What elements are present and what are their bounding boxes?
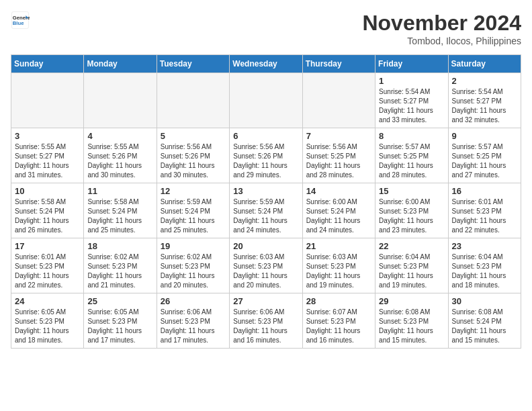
day-info: Sunrise: 5:56 AM Sunset: 5:26 PM Dayligh… [161,142,226,180]
day-number: 8 [379,131,444,141]
day-info: Sunrise: 5:55 AM Sunset: 5:26 PM Dayligh… [87,142,152,180]
day-cell: 8Sunrise: 5:57 AM Sunset: 5:25 PM Daylig… [375,128,448,183]
day-cell: 17Sunrise: 6:01 AM Sunset: 5:23 PM Dayli… [11,238,84,293]
week-row-2: 10Sunrise: 5:58 AM Sunset: 5:24 PM Dayli… [11,183,521,238]
weekday-header-tuesday: Tuesday [157,55,229,73]
day-number: 22 [379,241,444,251]
day-info: Sunrise: 6:07 AM Sunset: 5:23 PM Dayligh… [306,308,371,345]
svg-text:Blue: Blue [13,20,24,26]
week-row-0: 1Sunrise: 5:54 AM Sunset: 5:27 PM Daylig… [11,73,521,128]
day-info: Sunrise: 6:00 AM Sunset: 5:23 PM Dayligh… [379,197,444,235]
day-cell: 28Sunrise: 6:07 AM Sunset: 5:23 PM Dayli… [302,293,375,349]
day-number: 21 [306,241,371,251]
day-cell: 7Sunrise: 5:56 AM Sunset: 5:25 PM Daylig… [302,128,375,183]
day-cell [11,73,84,128]
logo: General Blue [11,11,30,30]
title-block: November 2024 Tombod, Ilocos, Philippine… [362,11,521,46]
day-number: 23 [452,241,517,251]
month-title: November 2024 [362,11,521,36]
day-cell: 30Sunrise: 6:08 AM Sunset: 5:24 PM Dayli… [448,293,521,349]
day-cell: 1Sunrise: 5:54 AM Sunset: 5:27 PM Daylig… [375,73,448,128]
day-cell: 29Sunrise: 6:08 AM Sunset: 5:23 PM Dayli… [375,293,448,349]
day-number: 26 [161,296,226,306]
day-number: 25 [87,296,152,306]
day-cell [230,73,302,128]
day-info: Sunrise: 6:08 AM Sunset: 5:24 PM Dayligh… [452,308,517,345]
day-cell: 27Sunrise: 6:06 AM Sunset: 5:23 PM Dayli… [230,293,302,349]
location: Tombod, Ilocos, Philippines [362,36,521,46]
day-number: 12 [161,186,226,196]
weekday-header-row: SundayMondayTuesdayWednesdayThursdayFrid… [11,55,521,73]
day-number: 10 [15,186,80,196]
day-info: Sunrise: 6:03 AM Sunset: 5:23 PM Dayligh… [233,253,298,290]
day-info: Sunrise: 6:04 AM Sunset: 5:23 PM Dayligh… [452,253,517,290]
day-info: Sunrise: 6:05 AM Sunset: 5:23 PM Dayligh… [87,308,152,345]
week-row-3: 17Sunrise: 6:01 AM Sunset: 5:23 PM Dayli… [11,238,521,293]
weekday-header-monday: Monday [84,55,157,73]
day-number: 2 [452,76,517,86]
logo-icon: General Blue [11,11,30,30]
week-row-1: 3Sunrise: 5:55 AM Sunset: 5:27 PM Daylig… [11,128,521,183]
day-number: 19 [161,241,226,251]
day-number: 11 [87,186,152,196]
day-number: 29 [379,296,444,306]
day-info: Sunrise: 6:03 AM Sunset: 5:23 PM Dayligh… [306,253,371,290]
day-cell: 9Sunrise: 5:57 AM Sunset: 5:25 PM Daylig… [448,128,521,183]
day-number: 18 [87,241,152,251]
weekday-header-friday: Friday [375,55,448,73]
page-header: General Blue November 2024 Tombod, Iloco… [11,11,521,46]
day-info: Sunrise: 5:56 AM Sunset: 5:25 PM Dayligh… [306,142,371,180]
day-number: 6 [233,131,298,141]
day-cell: 24Sunrise: 6:05 AM Sunset: 5:23 PM Dayli… [11,293,84,349]
day-cell: 6Sunrise: 5:56 AM Sunset: 5:26 PM Daylig… [230,128,302,183]
day-info: Sunrise: 6:04 AM Sunset: 5:23 PM Dayligh… [379,253,444,290]
day-number: 3 [15,131,80,141]
day-info: Sunrise: 5:57 AM Sunset: 5:25 PM Dayligh… [452,142,517,180]
day-info: Sunrise: 6:01 AM Sunset: 5:23 PM Dayligh… [15,253,80,290]
calendar-table: SundayMondayTuesdayWednesdayThursdayFrid… [11,54,521,349]
day-cell: 14Sunrise: 6:00 AM Sunset: 5:24 PM Dayli… [302,183,375,238]
day-info: Sunrise: 5:59 AM Sunset: 5:24 PM Dayligh… [233,197,298,235]
day-info: Sunrise: 6:00 AM Sunset: 5:24 PM Dayligh… [306,197,371,235]
day-cell: 20Sunrise: 6:03 AM Sunset: 5:23 PM Dayli… [230,238,302,293]
day-info: Sunrise: 5:54 AM Sunset: 5:27 PM Dayligh… [379,87,444,125]
day-number: 30 [452,296,517,306]
day-info: Sunrise: 5:58 AM Sunset: 5:24 PM Dayligh… [15,197,80,235]
day-number: 15 [379,186,444,196]
day-info: Sunrise: 6:02 AM Sunset: 5:23 PM Dayligh… [87,253,152,290]
day-number: 7 [306,131,371,141]
day-number: 13 [233,186,298,196]
day-cell [84,73,157,128]
day-number: 17 [15,241,80,251]
day-info: Sunrise: 5:55 AM Sunset: 5:27 PM Dayligh… [15,142,80,180]
weekday-header-thursday: Thursday [302,55,375,73]
day-info: Sunrise: 6:05 AM Sunset: 5:23 PM Dayligh… [15,308,80,345]
day-cell: 5Sunrise: 5:56 AM Sunset: 5:26 PM Daylig… [157,128,229,183]
day-info: Sunrise: 5:56 AM Sunset: 5:26 PM Dayligh… [233,142,298,180]
day-number: 4 [87,131,152,141]
day-cell: 10Sunrise: 5:58 AM Sunset: 5:24 PM Dayli… [11,183,84,238]
day-number: 5 [161,131,226,141]
day-cell [157,73,229,128]
day-info: Sunrise: 5:59 AM Sunset: 5:24 PM Dayligh… [161,197,226,235]
day-cell: 16Sunrise: 6:01 AM Sunset: 5:23 PM Dayli… [448,183,521,238]
day-cell: 13Sunrise: 5:59 AM Sunset: 5:24 PM Dayli… [230,183,302,238]
day-number: 9 [452,131,517,141]
day-number: 14 [306,186,371,196]
day-number: 28 [306,296,371,306]
day-cell: 22Sunrise: 6:04 AM Sunset: 5:23 PM Dayli… [375,238,448,293]
weekday-header-saturday: Saturday [448,55,521,73]
day-cell: 12Sunrise: 5:59 AM Sunset: 5:24 PM Dayli… [157,183,229,238]
day-cell: 23Sunrise: 6:04 AM Sunset: 5:23 PM Dayli… [448,238,521,293]
week-row-4: 24Sunrise: 6:05 AM Sunset: 5:23 PM Dayli… [11,293,521,349]
day-cell: 2Sunrise: 5:54 AM Sunset: 5:27 PM Daylig… [448,73,521,128]
day-cell [302,73,375,128]
day-info: Sunrise: 5:57 AM Sunset: 5:25 PM Dayligh… [379,142,444,180]
day-cell: 4Sunrise: 5:55 AM Sunset: 5:26 PM Daylig… [84,128,157,183]
day-cell: 19Sunrise: 6:02 AM Sunset: 5:23 PM Dayli… [157,238,229,293]
day-info: Sunrise: 5:54 AM Sunset: 5:27 PM Dayligh… [452,87,517,125]
weekday-header-sunday: Sunday [11,55,84,73]
day-info: Sunrise: 6:08 AM Sunset: 5:23 PM Dayligh… [379,308,444,345]
weekday-header-wednesday: Wednesday [230,55,302,73]
day-cell: 26Sunrise: 6:06 AM Sunset: 5:23 PM Dayli… [157,293,229,349]
